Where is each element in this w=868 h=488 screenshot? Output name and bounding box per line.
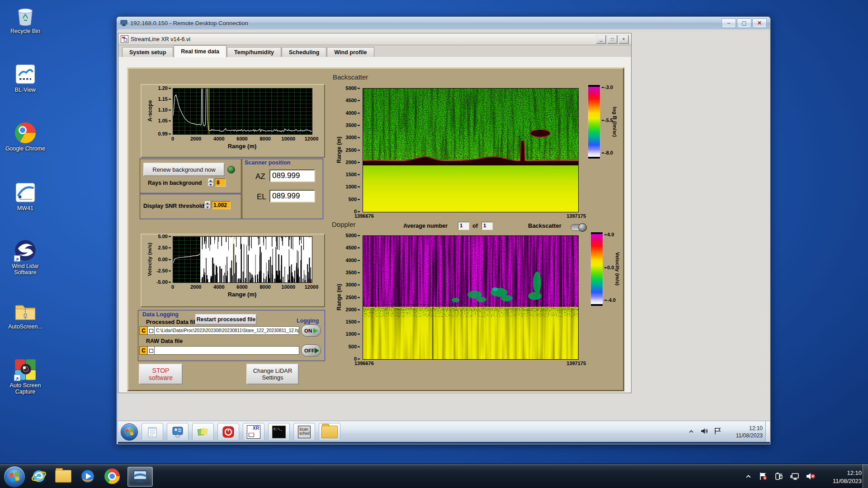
doppler-colorbar	[591, 232, 603, 306]
labview-maximize-button[interactable]: □	[607, 35, 618, 44]
desktop-icon-bl-view[interactable]: BL-View	[4, 62, 47, 93]
taskbar-explorer-button[interactable]	[52, 467, 74, 486]
snr-value-field[interactable]: 1.002	[212, 201, 231, 209]
tray-volume-muted-icon[interactable]	[806, 471, 816, 481]
velocity-plot	[173, 236, 312, 283]
internet-explorer-icon	[31, 468, 47, 484]
desktop-icon-autoscreen-zip[interactable]: AutoScreen...	[4, 299, 47, 330]
session-tray-expand-icon[interactable]	[689, 429, 694, 434]
session-taskbar-explorer-button[interactable]	[319, 423, 340, 441]
tick-label: 1.05	[158, 118, 171, 123]
desktop-icon-recycle-bin[interactable]: Recycle Bin	[4, 4, 47, 34]
processed-logging-on-button[interactable]: ON	[301, 324, 321, 337]
tick-label: 10000	[282, 285, 296, 290]
session-taskbar-cmd-button[interactable]: C:\_	[268, 423, 290, 441]
scan-sched-icon: Scan sched	[298, 426, 311, 438]
tab-scheduling[interactable]: Scheduling	[282, 47, 326, 57]
tab-system-setup[interactable]: System setup	[122, 47, 173, 57]
desktop-icon-google-chrome[interactable]: Google Chrome	[4, 121, 47, 152]
raw-drive-box[interactable]: C	[139, 346, 148, 355]
change-lidar-settings-button[interactable]: Change LiDAR Settings	[246, 364, 299, 385]
tick-label: 1000	[346, 184, 360, 189]
session-taskbar-scan-scheduler-button[interactable]: Scan sched	[293, 423, 315, 441]
desktop-icon-mw41[interactable]: MW41	[4, 181, 47, 211]
front-panel: A-scope 1.201.151.101.050.99 02000400060…	[127, 67, 624, 391]
backscatter-title: Backscatter	[333, 73, 368, 81]
ascope-y-axis-label: A-scope	[147, 88, 154, 134]
session-clock[interactable]: 12:10 11/08/2023	[736, 425, 763, 439]
rdp-maximize-button[interactable]: ▢	[737, 19, 751, 28]
doppler-title: Doppler	[332, 221, 356, 228]
path-type-icon	[148, 346, 155, 355]
taskbar-internet-explorer-button[interactable]	[28, 467, 50, 486]
vi-file-icon	[121, 35, 128, 43]
session-taskbar-sticky-notes-button[interactable]	[192, 423, 214, 441]
raw-path-control[interactable]: C	[139, 346, 299, 355]
session-bottom-edge	[118, 442, 770, 444]
ascope-x-ticks: 020004000600080001000012000	[173, 136, 311, 141]
el-value-field[interactable]: 089.999	[269, 190, 315, 202]
tick-label: 2.50	[158, 245, 171, 250]
processed-path-control[interactable]: C C:\Lidar\Data\Proc\2023\202308\2023081…	[139, 326, 299, 335]
session-tray-action-center-icon[interactable]	[714, 427, 722, 435]
session-taskbar-notepad-button[interactable]	[142, 423, 163, 441]
rdp-minimize-button[interactable]: –	[722, 19, 736, 28]
labview-minimize-button[interactable]: _	[596, 35, 606, 44]
az-value-field[interactable]: 089.999	[269, 169, 315, 182]
renew-background-button[interactable]: Renew background now	[143, 163, 225, 176]
session-taskbar-streamline-vi-button[interactable]: XR	[243, 423, 264, 441]
snr-spinner[interactable]	[205, 201, 211, 209]
rdp-icon	[132, 469, 148, 484]
show-desktop-button[interactable]	[863, 464, 868, 488]
tray-action-center-icon[interactable]	[759, 472, 768, 481]
tray-network-icon[interactable]	[789, 472, 799, 481]
tick-label: -5.00	[156, 280, 171, 285]
tick-label: 0	[171, 136, 174, 141]
auto-screen-capture-icon	[14, 358, 37, 381]
restart-processed-file-button[interactable]: Restart processed file	[195, 314, 257, 325]
rdp-close-button[interactable]: ✕	[752, 19, 767, 28]
session-show-desktop-button[interactable]	[765, 421, 770, 442]
labview-close-button[interactable]: ×	[618, 35, 629, 44]
raw-path-field[interactable]	[155, 346, 299, 355]
backscatter-toggle[interactable]	[571, 224, 586, 231]
tray-expand-icon[interactable]	[745, 474, 751, 479]
tick-label: 2000	[346, 307, 360, 312]
tab-page: A-scope 1.201.151.101.050.99 02000400060…	[118, 57, 631, 393]
desktop-icon-auto-screen-capture[interactable]: Auto Screen Capture	[4, 358, 47, 395]
zip-folder-icon	[14, 299, 37, 323]
tick-label: 0.99	[158, 131, 171, 136]
processed-path-field[interactable]: C:\Lidar\Data\Proc\2023\202308\20230811\…	[155, 326, 299, 335]
tick-label: 500	[349, 197, 360, 202]
tab-wind-profile[interactable]: Wind profile	[327, 47, 374, 57]
taskbar-media-player-button[interactable]	[77, 467, 99, 486]
remote-session: StreamLine XR v14-6.vi _ □ × System setu…	[118, 29, 770, 444]
average-of-field[interactable]: 1	[481, 222, 493, 230]
session-taskbar-power-button[interactable]	[217, 423, 239, 441]
rays-spinner[interactable]	[208, 178, 214, 187]
start-button[interactable]	[4, 466, 25, 488]
logging-label: Logging	[297, 318, 319, 324]
processed-drive-box[interactable]: C	[139, 326, 148, 335]
session-start-button[interactable]	[121, 423, 138, 441]
path-type-icon	[148, 326, 155, 335]
taskbar-rdp-button[interactable]	[127, 467, 153, 487]
os-clock[interactable]: 12:10 11/08/2023	[833, 469, 862, 485]
raw-logging-off-button[interactable]: OFF	[301, 344, 321, 357]
tray-power-icon[interactable]	[774, 472, 783, 481]
average-number-field[interactable]: 1	[458, 222, 469, 230]
tab-temp-humidity[interactable]: Temp/humidity	[227, 47, 281, 57]
session-taskbar-settings-button[interactable]	[167, 423, 189, 441]
labview-title-bar[interactable]: StreamLine XR v14-6.vi _ □ ×	[118, 33, 631, 45]
windows-flag-icon	[9, 471, 20, 482]
desktop-icon-wind-lidar[interactable]: Wind Lidar Software	[4, 239, 47, 276]
taskbar-chrome-button[interactable]	[101, 467, 123, 486]
renew-background-led	[227, 166, 235, 174]
stop-software-button[interactable]: STOP software	[139, 364, 183, 385]
backscatter-x-end: 1397175	[566, 213, 586, 219]
session-tray-volume-icon[interactable]	[700, 427, 708, 435]
rays-value-field[interactable]: 8	[215, 178, 226, 187]
rdp-title-bar[interactable]: 192.168.0.150 - Remote Desktop Connectio…	[117, 17, 770, 30]
velocity-y-ticks: 5.002.500.00-2.50-5.00	[154, 236, 171, 282]
tab-real-time-data[interactable]: Real time data	[174, 45, 226, 57]
